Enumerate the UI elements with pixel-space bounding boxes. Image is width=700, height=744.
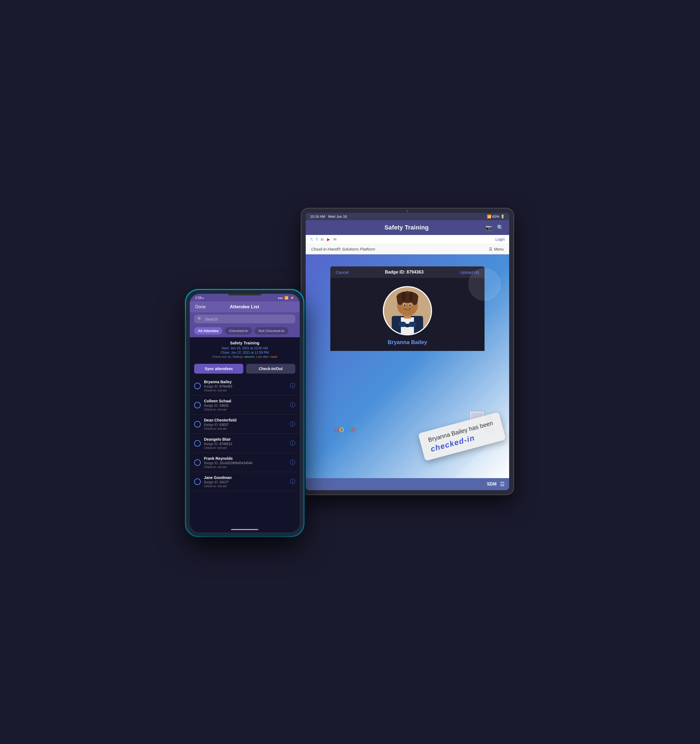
linkedin-icon[interactable]: in <box>321 237 324 241</box>
attendee-checkin-3: Check-in: not set <box>204 446 287 449</box>
google-text: Google <box>328 424 356 434</box>
attendee-checkin-5: Check-in: not set <box>204 484 287 488</box>
attendee-badge-4: Badge ID: 161420280645434548 <box>204 461 287 465</box>
tablet-main-content: Cancel Badge ID: 8794363 Upload (4) <box>306 254 509 478</box>
search-icon[interactable]: 🔍 <box>497 224 504 231</box>
phone-device: 2:58 ▸ ●●● 📶 ⚡ Done Attendee List 🔍 <box>186 290 303 536</box>
attendee-info-4: Frank Reynolds Badge ID: 161420280645434… <box>204 456 287 469</box>
attendee-info-2: Dean Chesterfield Badge ID: 63037 Check-… <box>204 418 287 430</box>
tablet-attendee-name: Bryanna Bailey <box>388 339 427 345</box>
badge-id-label: Badge ID: 8794363 <box>385 270 424 275</box>
filter-buttons: All Attendee Checked-In Not Checked-In <box>190 326 300 337</box>
twitter-icon[interactable]: 𝕏 <box>310 237 313 241</box>
sync-attendees-button[interactable]: Sync attendees <box>194 364 243 373</box>
wifi-icon: 📶 <box>284 296 288 300</box>
attendee-name-0: Bryanna Bailey <box>204 379 287 384</box>
attendee-badge-3: Badge ID: 8746512 <box>204 442 287 446</box>
checkin-out-button[interactable]: Check-In/Out <box>246 364 295 373</box>
event-start: Start: Jun 15, 2021 at 12:00 AM <box>195 346 294 350</box>
tablet-branding-bar: Cloud-in-Hand® Solutions Platform ☰ Menu <box>306 244 509 254</box>
attendee-name-5: Jane Goodman <box>204 475 287 480</box>
svg-rect-16 <box>409 322 417 327</box>
attendee-info-button-2[interactable]: ⓘ <box>290 420 295 428</box>
camera-icon[interactable]: 📷 <box>486 224 492 231</box>
location-icon: ▸ <box>203 296 204 299</box>
signal-icon: ●●● <box>278 296 283 299</box>
scene: 10:16 AM Wed Jun 16 📶 60% 🔋 Safety Train… <box>186 208 514 536</box>
attendee-checkin-0: Check-in: not set <box>204 389 287 392</box>
svg-point-13 <box>404 304 406 307</box>
attendee-info-3: Deangelo Blair Badge ID: 8746512 Check-i… <box>204 437 287 449</box>
social-icons: 𝕏 f in ▶ ✉ <box>310 237 337 241</box>
svg-point-10 <box>406 291 409 299</box>
attendee-info-button-3[interactable]: ⓘ <box>290 440 295 447</box>
svg-point-9 <box>409 292 413 301</box>
attendee-info-button-1[interactable]: ⓘ <box>290 401 295 409</box>
login-link[interactable]: Login <box>495 237 505 241</box>
list-item: Deangelo Blair Badge ID: 8746512 Check-i… <box>190 434 300 453</box>
youtube-icon[interactable]: ▶ <box>327 237 330 241</box>
attendee-info-0: Bryanna Bailey Badge ID: 8794363 Check-i… <box>204 379 287 392</box>
tablet-header-icons: 📷 🔍 <box>486 224 504 231</box>
footer-menu-icon[interactable]: ☰ <box>500 481 505 487</box>
attendee-info-button-4[interactable]: ⓘ <box>290 459 295 466</box>
phone-search-container: 🔍 Search <box>190 312 300 326</box>
phone-nav-bar: Done Attendee List <box>190 301 300 312</box>
email-icon[interactable]: ✉ <box>333 237 337 241</box>
attendee-badge-5: Badge ID: 24177 <box>204 480 287 484</box>
attendee-list: Bryanna Bailey Badge ID: 8794363 Check-i… <box>190 376 300 527</box>
attendee-name-4: Frank Reynolds <box>204 456 287 461</box>
facebook-icon[interactable]: f <box>317 237 318 241</box>
done-button[interactable]: Done <box>195 304 206 310</box>
attendee-checkbox-5[interactable] <box>194 478 201 485</box>
svg-point-14 <box>409 304 411 307</box>
list-item: Dean Chesterfield Badge ID: 63037 Check-… <box>190 415 300 434</box>
tablet-camera <box>406 210 409 212</box>
attendee-checkin-2: Check-in: not set <box>204 427 287 430</box>
branding-text: Cloud-in-Hand® Solutions Platform <box>311 247 375 251</box>
attendee-checkbox-3[interactable] <box>194 440 201 447</box>
svg-point-8 <box>402 292 406 301</box>
attendee-info-button-5[interactable]: ⓘ <box>290 478 295 485</box>
checked-in-filter[interactable]: Checked-In <box>225 327 252 335</box>
phone-notch <box>228 294 261 295</box>
list-item: Frank Reynolds Badge ID: 161420280645434… <box>190 453 300 472</box>
svg-rect-15 <box>398 322 406 327</box>
tablet-screen: 10:16 AM Wed Jun 16 📶 60% 🔋 Safety Train… <box>306 213 509 490</box>
home-indicator <box>231 529 259 530</box>
attendee-badge-0: Badge ID: 8794363 <box>204 385 287 388</box>
action-buttons: Sync attendees Check-In/Out <box>190 362 300 376</box>
badge-bar: Cancel Badge ID: 8794363 Upload (4) <box>330 266 485 278</box>
attendee-checkbox-1[interactable] <box>194 402 201 408</box>
attendee-name-1: Colleen Schaal <box>204 399 287 403</box>
phone-title: Attendee List <box>230 304 259 310</box>
sdm-label: SDM <box>487 482 496 487</box>
tablet-photo-area: Bryanna Bailey <box>330 278 485 351</box>
not-checked-in-filter[interactable]: Not Checked-In <box>254 327 288 335</box>
hamburger-icon: ☰ <box>489 247 492 251</box>
bg-circle <box>468 268 501 301</box>
tablet-battery: 📶 60% 🔋 <box>487 214 505 219</box>
search-input-area[interactable]: 🔍 Search <box>194 315 295 323</box>
attendee-checkbox-0[interactable] <box>194 383 201 389</box>
attendee-avatar <box>383 286 432 335</box>
attendee-checkbox-2[interactable] <box>194 421 201 427</box>
attendee-checkin-1: Check-in: not set <box>204 408 287 411</box>
attendee-checkbox-4[interactable] <box>194 459 201 466</box>
search-icon: 🔍 <box>198 317 203 321</box>
tablet-menu-button[interactable]: ☰ Menu <box>489 247 504 251</box>
search-placeholder: Search <box>205 317 218 321</box>
event-info-section: Safety Training Start: Jun 15, 2021 at 1… <box>190 337 300 362</box>
cancel-button[interactable]: Cancel <box>336 270 349 275</box>
phone-screen: 2:58 ▸ ●●● 📶 ⚡ Done Attendee List 🔍 <box>190 294 300 532</box>
attendee-info-button-0[interactable]: ⓘ <box>290 382 295 390</box>
attendee-badge-1: Badge ID: 24632 <box>204 404 287 408</box>
attendee-name-2: Dean Chesterfield <box>204 418 287 422</box>
tablet-status-bar: 10:16 AM Wed Jun 16 📶 60% 🔋 <box>306 213 509 220</box>
phone-time: 2:58 ▸ <box>195 296 204 300</box>
event-close: Close: Jun 22, 2021 at 11:59 PM <box>195 351 294 354</box>
attendee-checkin-4: Check-in: not set <box>204 465 287 469</box>
list-item: Bryanna Bailey Badge ID: 8794363 Check-i… <box>190 376 300 396</box>
phone-bottom-indicator <box>190 527 300 532</box>
all-attendee-filter[interactable]: All Attendee <box>194 327 222 335</box>
